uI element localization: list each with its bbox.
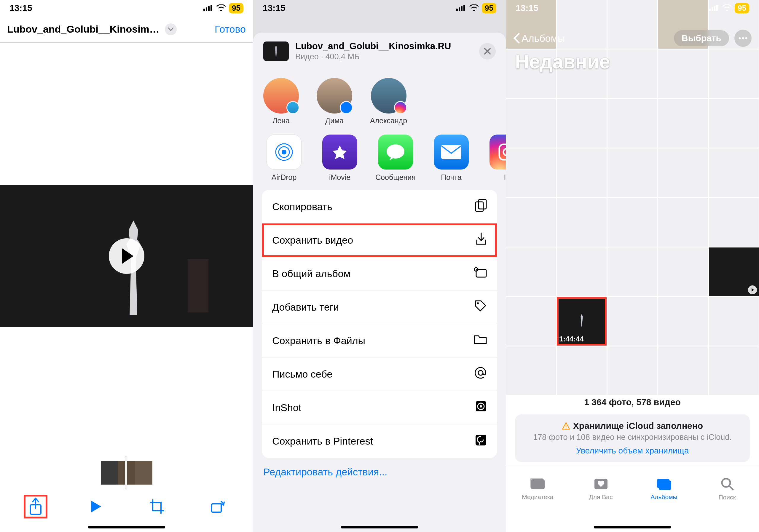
editor-toolbar xyxy=(0,492,253,521)
photo-thumbnail[interactable] xyxy=(608,99,657,148)
back-label: Альбомы xyxy=(522,33,565,44)
warning-icon xyxy=(562,422,570,430)
share-action[interactable]: Письмо себе xyxy=(262,358,497,391)
more-menu-button[interactable] xyxy=(735,30,752,47)
share-action[interactable]: Сохранить видео xyxy=(262,223,497,257)
timeline-frame[interactable] xyxy=(135,461,152,484)
rotate-button[interactable] xyxy=(206,495,229,518)
photo-thumbnail[interactable] xyxy=(608,198,657,247)
file-preview-header: Lubov_and_Golubi__Kinosimk... Готово xyxy=(0,16,253,43)
playhead[interactable] xyxy=(125,456,127,489)
photo-thumbnail[interactable] xyxy=(506,347,556,395)
photo-thumbnail[interactable] xyxy=(557,247,607,296)
status-bar: 13:15 95 xyxy=(506,0,759,16)
share-app[interactable]: Сообщения xyxy=(375,134,416,182)
tag-icon xyxy=(474,300,487,315)
share-app[interactable]: AirDrop xyxy=(263,134,305,182)
tab-Альбомы[interactable]: Альбомы xyxy=(632,465,696,513)
home-indicator[interactable] xyxy=(88,526,165,528)
photo-thumbnail[interactable] xyxy=(506,99,556,148)
svg-rect-3 xyxy=(211,5,212,11)
svg-rect-30 xyxy=(714,6,715,11)
photo-thumbnail[interactable] xyxy=(506,198,556,247)
crop-button[interactable] xyxy=(145,495,169,518)
close-button[interactable] xyxy=(479,43,496,59)
file-title-group[interactable]: Lubov_and_Golubi__Kinosimk... xyxy=(7,23,177,35)
svg-point-36 xyxy=(565,427,566,428)
photo-thumbnail[interactable] xyxy=(506,297,556,346)
video-frame[interactable] xyxy=(0,185,253,327)
back-button[interactable]: Альбомы xyxy=(513,33,565,44)
photo-thumbnail[interactable] xyxy=(608,347,657,395)
avatar xyxy=(317,78,352,114)
chevron-down-icon[interactable] xyxy=(165,23,177,35)
tab-Для Вас[interactable]: Для Вас xyxy=(569,465,632,513)
photo-thumbnail[interactable] xyxy=(506,247,556,296)
photo-thumbnail[interactable] xyxy=(709,198,759,247)
photo-thumbnail[interactable] xyxy=(557,347,607,395)
svg-rect-38 xyxy=(530,478,543,488)
play-toolbar-button[interactable] xyxy=(84,495,108,518)
share-app[interactable]: Почта xyxy=(430,134,472,182)
share-contact[interactable]: Александр xyxy=(370,78,407,125)
share-action[interactable]: В общий альбом xyxy=(262,257,497,290)
photo-thumbnail[interactable] xyxy=(608,247,657,296)
play-icon xyxy=(122,248,134,264)
svg-point-26 xyxy=(480,405,482,407)
done-button[interactable]: Готово xyxy=(215,23,246,35)
sheet-header: Lubov_and_Golubi__Kinosimka.RU Видео · 4… xyxy=(253,41,506,70)
photo-thumbnail[interactable] xyxy=(658,297,708,346)
home-indicator[interactable] xyxy=(594,526,671,528)
photo-thumbnail[interactable] xyxy=(557,99,607,148)
svg-rect-18 xyxy=(476,202,483,211)
tab-Поиск[interactable]: Поиск xyxy=(696,465,759,513)
photo-thumbnail[interactable] xyxy=(658,247,708,296)
share-contact[interactable]: Лена xyxy=(263,78,299,125)
wifi-icon xyxy=(217,3,226,13)
share-button[interactable] xyxy=(24,495,48,518)
home-indicator[interactable] xyxy=(341,526,418,528)
share-action[interactable]: Добавить теги xyxy=(262,290,497,324)
share-app[interactable]: iMovie xyxy=(319,134,361,182)
play-icon xyxy=(748,285,757,294)
photo-thumbnail[interactable] xyxy=(709,50,759,98)
tab-Медиатека[interactable]: Медиатека xyxy=(506,465,569,513)
photo-thumbnail[interactable] xyxy=(608,50,657,98)
share-action[interactable]: Скопировать xyxy=(262,190,497,223)
photo-thumbnail[interactable] xyxy=(658,148,708,197)
editor-timeline[interactable] xyxy=(0,458,253,487)
photo-thumbnail[interactable] xyxy=(608,148,657,197)
photo-thumbnail[interactable] xyxy=(709,247,759,296)
video-canvas[interactable] xyxy=(0,43,253,532)
share-action[interactable]: Сохранить в Pinterest xyxy=(262,424,497,458)
photo-thumbnail[interactable] xyxy=(506,148,556,197)
photo-thumbnail[interactable] xyxy=(709,148,759,197)
play-button[interactable] xyxy=(109,238,144,274)
alert-subtitle: 178 фото и 108 видео не синхронизированы… xyxy=(523,433,741,442)
battery-pill: 95 xyxy=(735,3,749,13)
share-app[interactable]: In xyxy=(486,134,506,182)
video-duration: 1:44:44 xyxy=(559,335,584,343)
photo-thumbnail[interactable] xyxy=(658,99,708,148)
photo-thumbnail[interactable] xyxy=(709,99,759,148)
share-action[interactable]: InShot xyxy=(262,391,497,424)
photo-thumbnail[interactable] xyxy=(658,347,708,395)
share-action[interactable]: Сохранить в Файлы xyxy=(262,324,497,358)
photo-thumbnail[interactable] xyxy=(658,50,708,98)
app-icon xyxy=(434,134,469,170)
select-button[interactable]: Выбрать xyxy=(674,30,729,46)
photo-thumbnail-video[interactable]: 1:44:44 xyxy=(557,297,607,346)
share-contact[interactable]: Дима xyxy=(317,78,352,125)
app-badge-icon xyxy=(286,101,300,114)
photo-thumbnail[interactable] xyxy=(709,297,759,346)
alert-link[interactable]: Увеличить объем хранилища xyxy=(523,446,741,456)
photo-thumbnail[interactable] xyxy=(557,198,607,247)
edit-actions-link[interactable]: Редактировать действия... xyxy=(253,458,506,486)
search-icon xyxy=(720,477,734,492)
photo-thumbnail[interactable] xyxy=(608,297,657,346)
photo-thumbnail[interactable] xyxy=(557,148,607,197)
timeline-frame[interactable] xyxy=(101,461,118,484)
contact-name: Лена xyxy=(272,116,290,125)
photo-thumbnail[interactable] xyxy=(658,198,708,247)
photo-thumbnail[interactable] xyxy=(709,347,759,395)
